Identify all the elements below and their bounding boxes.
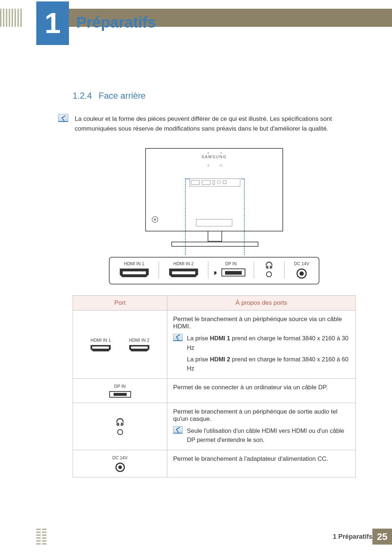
port-cell-dc: DC 14V [73,450,167,477]
chapter-number: 1 [45,7,61,40]
inline-note: La prise HDMI 1 prend en charge le forma… [173,334,350,373]
callout-line [185,178,186,255]
port-label: HDMI IN 2 [129,338,150,343]
dc-icon [115,463,125,472]
stand-bracket [196,219,232,226]
section-number: 1.2.4 [73,91,92,100]
separator [159,261,159,279]
hdmi-icon [90,345,111,352]
hdmi-mini: HDMI IN 1 [90,338,111,352]
section-heading: 1.2.4 Face arrière [73,91,356,101]
port-headphone: 🎧 [260,261,279,277]
callout-line [186,178,189,179]
hdmi-icon [120,268,149,277]
headphone-icon: 🎧 [265,261,273,269]
jack-icon [266,271,272,277]
port-label: HDMI IN 1 [90,338,111,343]
inline-note: Seule l'utilisation d'un câble HDMI vers… [173,426,350,445]
hdmi-icon [169,268,198,277]
ports-panel: HDMI IN 1 HDMI IN 2 DP IN 🎧 [109,257,319,284]
desc-text: Permet le branchement à un périphérique … [173,316,350,330]
separator [254,261,254,279]
th-port: Port [73,296,167,311]
section-title: Face arrière [99,91,146,100]
screw-dot [220,152,222,154]
desc-text: Permet le branchement à l'adaptateur d'a… [173,455,350,463]
desc-text: Permet de se connecter à un ordinateur v… [173,384,350,391]
th-about: À propos des ports [167,296,356,311]
port-cell-audio: 🎧 [73,403,167,450]
note-line: La prise HDMI 1 prend en charge le forma… [187,334,350,352]
port-hdmi1: HDMI IN 1 [115,261,153,277]
note-line: La prise HDMI 2 prend en charge le forma… [187,355,350,373]
footer-crumb: 1 Préparatifs [333,533,372,541]
page-footer: 1 Préparatifs 25 [36,529,392,545]
port-label: DP IN [79,384,161,389]
screw-dot [208,165,209,166]
stand-base [171,242,258,247]
note-icon [173,426,183,434]
port-label: DC 14V [79,455,161,460]
port-dc: DC 14V [290,261,313,279]
dp-icon [109,391,131,398]
hatched-decoration [0,9,22,27]
dp-mini: DP IN [79,384,161,398]
hdmi-icon [129,345,150,352]
ports-mini [189,178,240,186]
ports-table: Port À propos des ports HDMI IN 1 HDMI I… [73,295,356,477]
hdmi-mini: HDMI IN 2 [129,338,150,352]
port-label: DP IN [214,261,248,266]
footer-stripe [36,529,41,545]
chapter-number-box: 1 [36,1,69,45]
callout-line [244,178,245,255]
desc-cell: Permet le branchement à l'adaptateur d'a… [167,450,356,477]
header-left-block [0,9,36,27]
dp-icon [221,268,245,276]
intro-note: La couleur et la forme des pièces peuven… [58,114,356,134]
dc-icon [297,268,307,279]
separator [284,261,285,279]
table-row: DP IN Permet de se connecter à un ordina… [73,378,356,403]
separator [208,261,208,279]
note-icon [58,114,68,122]
desc-cell: Permet le branchement à un périphérique … [167,311,356,378]
joystick-button [152,216,158,223]
intro-note-text: La couleur et la forme des pièces peuven… [75,114,356,134]
screw-dot [208,152,209,154]
stand-neck [208,231,222,242]
port-label: HDMI IN 2 [165,261,202,266]
page-number: 25 [372,529,392,545]
port-label: DC 14V [290,261,313,266]
desc-cell: Permet de se connecter à un ordinateur v… [167,378,356,403]
table-row: 🎧 Permet le branchement à un périphériqu… [73,403,356,450]
screw-dot [220,165,222,166]
port-dp: DP IN [214,261,248,276]
headphone-icon: 🎧 [115,418,124,426]
desc-text: Permet le branchement à un périphérique … [173,408,350,423]
note-text: Seule l'utilisation d'un câble HDMI vers… [187,426,350,445]
footer-stripe [42,529,46,545]
port-label: HDMI IN 1 [115,261,153,266]
table-row: HDMI IN 1 HDMI IN 2 Permet le branchemen… [73,311,356,378]
page-content: 1.2.4 Face arrière La couleur et la form… [73,91,356,477]
jack-icon [117,429,123,435]
table-row: DC 14V Permet le branchement à l'adaptat… [73,450,356,477]
rear-figure: SAMSUNG HDMI IN 1 HDMI IN 2 [109,148,319,284]
desc-cell: Permet le branchement à un périphérique … [167,403,356,450]
brand-logo: SAMSUNG [146,155,282,159]
monitor-outline: SAMSUNG [145,148,283,231]
chapter-title: Préparatifs [76,14,156,31]
note-icon [173,334,183,341]
port-cell-hdmi: HDMI IN 1 HDMI IN 2 [73,311,167,378]
port-cell-dp: DP IN [73,378,167,403]
port-hdmi2: HDMI IN 2 [165,261,202,277]
